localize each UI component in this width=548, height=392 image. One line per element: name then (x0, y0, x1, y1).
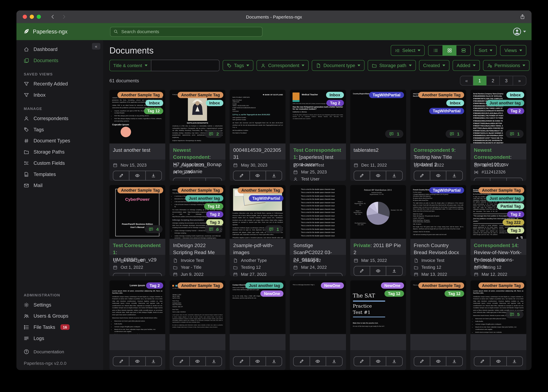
tag-pill[interactable]: Another Sample Tag (418, 92, 464, 98)
comment-count-badge[interactable]: 1 (385, 130, 403, 138)
document-thumbnail[interactable]: Patient BP Distribution 2011Normal, 150,… (350, 185, 406, 239)
view-detail-button[interactable] (457, 45, 470, 56)
sidebar-item-documentation[interactable]: Documentation (16, 346, 103, 357)
tag-pill[interactable]: Just another tag (486, 195, 524, 201)
document-title[interactable]: Private: 2011 BP Pie 2 (350, 239, 406, 255)
document-card[interactable]: Francja pod rządami NapoleonaNAPOLEON BO… (170, 90, 225, 181)
tag-pill[interactable]: Tag 2 (507, 108, 524, 114)
tag-pill[interactable]: Tag 3 (507, 227, 524, 233)
tag-pill[interactable]: Tag 2 (507, 211, 524, 217)
tag-pill[interactable]: Partial Tag (497, 203, 524, 210)
edit-document-button[interactable] (414, 171, 430, 180)
preview-document-button[interactable] (430, 357, 446, 366)
edit-document-button[interactable] (113, 273, 129, 276)
document-thumbnail[interactable]: Test Name123-456-7890January 2, 2022 Jul… (170, 280, 225, 334)
document-title[interactable]: French Country Bread Revised.docx (410, 239, 466, 255)
edit-document-button[interactable] (113, 357, 129, 366)
document-correspondent[interactable]: Newest Correspondent (173, 147, 209, 160)
view-grid-button[interactable] (443, 45, 456, 56)
document-title[interactable]: Test Correspondent 1: [paperless] test p… (290, 143, 346, 159)
edit-document-button[interactable] (234, 357, 249, 366)
download-document-button[interactable] (386, 266, 402, 275)
document-thumbnail[interactable]: Lorem ipsumLorem ipsum dolor sit amet, c… (109, 280, 165, 334)
sidebar-item-templates[interactable]: Templates (16, 169, 103, 180)
preview-document-button[interactable] (129, 171, 145, 180)
tag-pill[interactable]: TagWithPartial (249, 195, 284, 201)
download-document-button[interactable] (386, 357, 402, 366)
sidebar-item-documents[interactable]: Documents (16, 55, 103, 66)
edit-document-button[interactable] (474, 357, 490, 366)
tag-pill[interactable]: NewOne (260, 290, 284, 297)
preview-document-button[interactable] (129, 273, 145, 276)
document-card[interactable]: Curabitur bibendum ante urna, sed blandi… (230, 185, 286, 276)
sidebar-item-dashboard[interactable]: Dashboard (16, 44, 103, 55)
page-2-button[interactable]: 2 (487, 76, 500, 85)
document-title[interactable] (230, 334, 286, 350)
document-card[interactable]: Contact Sheet DemoGiven a set of image f… (230, 280, 286, 370)
document-card[interactable]: Review of of Arbitral Awards Shows Swift… (470, 185, 526, 276)
document-type-filter-button[interactable]: Document type (312, 60, 364, 71)
permissions-filter-button[interactable]: Permissions (483, 60, 530, 71)
document-card[interactable]: Patient BP Distribution 2011Normal, 150,… (350, 185, 406, 276)
download-document-button[interactable] (446, 171, 462, 180)
document-card[interactable]: French Country BreadFor the Leaven 1 hea… (410, 185, 466, 276)
download-document-button[interactable] (506, 357, 522, 366)
preview-document-button[interactable] (370, 357, 386, 366)
document-thumbnail[interactable]: Francja pod rządami NapoleonaNAPOLEON BO… (170, 90, 225, 144)
comment-count-badge[interactable]: 5 (506, 310, 524, 318)
page-1-button[interactable]: 1 (473, 76, 487, 85)
tag-pill[interactable]: Another Sample Tag (178, 282, 224, 289)
document-thumbnail[interactable]: Medical TeacherISSN: 0142-159X (Print) 1… (290, 90, 346, 144)
tag-pill[interactable]: Another Sample Tag (478, 282, 524, 289)
download-document-button[interactable] (205, 178, 222, 181)
edit-document-button[interactable] (294, 357, 310, 366)
download-document-button[interactable] (506, 178, 522, 181)
tag-pill[interactable]: Tag 2 (206, 211, 224, 217)
document-correspondent[interactable]: Private (353, 243, 370, 248)
comment-count-badge[interactable]: 1 (506, 130, 524, 138)
preview-document-button[interactable] (370, 171, 386, 180)
tag-pill[interactable]: Tag 12 (445, 290, 464, 297)
sidebar-item-file-tasks[interactable]: File Tasks16 (16, 322, 103, 333)
document-card[interactable]: The SATPracticeTest #1Make time to take … (350, 280, 406, 370)
sidebar-item-inbox[interactable]: Inbox (16, 89, 103, 101)
app-brand[interactable]: Paperless-ngx (23, 28, 67, 35)
tag-pill[interactable]: Another Sample Tag (178, 92, 224, 98)
views-button[interactable]: Views (500, 45, 526, 56)
document-thumbnail[interactable]: Lorem ipsumLorem ipsum dolor sit amet, c… (470, 280, 526, 334)
document-title[interactable] (170, 334, 225, 350)
edit-document-button[interactable] (294, 273, 310, 276)
download-document-button[interactable] (326, 273, 342, 276)
tag-pill[interactable]: Another Sample Tag (178, 187, 224, 193)
share-icon[interactable] (520, 14, 525, 19)
download-document-button[interactable] (446, 357, 462, 366)
document-card[interactable]: Adobe Acrobat PDF FilesAdobe® Portable D… (109, 90, 165, 181)
correspondent-filter-button[interactable]: Correspondent (257, 60, 309, 71)
document-thumbnail[interactable]: Review of of Arbitral Awards Shows Swift… (470, 185, 526, 239)
download-document-button[interactable] (145, 357, 161, 366)
search-input[interactable] (121, 29, 259, 35)
document-thumbnail[interactable]: CyberPowerPowerPanel® Business EditionUs… (109, 185, 165, 239)
preview-document-button[interactable] (189, 178, 205, 181)
tag-pill[interactable]: Inbox (446, 100, 464, 106)
edit-document-button[interactable] (474, 178, 490, 181)
tag-pill[interactable]: Tag 12 (144, 108, 163, 114)
preview-document-button[interactable] (490, 357, 506, 366)
edit-document-button[interactable] (414, 357, 430, 366)
document-card[interactable]: Medical TeacherISSN: 0142-159X (Print) 1… (290, 90, 346, 181)
sidebar-item-document-types[interactable]: Document Types (16, 135, 103, 146)
view-list-button[interactable] (429, 45, 443, 56)
sidebar-item-users-groups[interactable]: Users & Groups (16, 310, 103, 322)
tag-pill[interactable]: NewOne (381, 282, 404, 289)
tag-pill[interactable]: Tag 222 (503, 219, 524, 225)
document-card[interactable]: Lorem ipsumLorem ipsum dolor sit amet, c… (109, 280, 165, 370)
edit-document-button[interactable] (234, 171, 249, 180)
sidebar-item-mail[interactable]: Mail (16, 180, 103, 191)
document-thumbnail[interactable]: French Country BreadFor the Leaven 1 hea… (410, 185, 466, 239)
document-card[interactable]: This is a testAnother Sample TagTag 12 (410, 280, 466, 370)
tag-pill[interactable]: Tag 2 (146, 282, 163, 289)
download-document-button[interactable] (145, 273, 161, 276)
document-thumbnail[interactable]: The SATPracticeTest #1Make time to take … (350, 280, 406, 334)
created-filter-button[interactable]: Created (419, 60, 449, 71)
select-button[interactable]: Select (391, 45, 425, 56)
